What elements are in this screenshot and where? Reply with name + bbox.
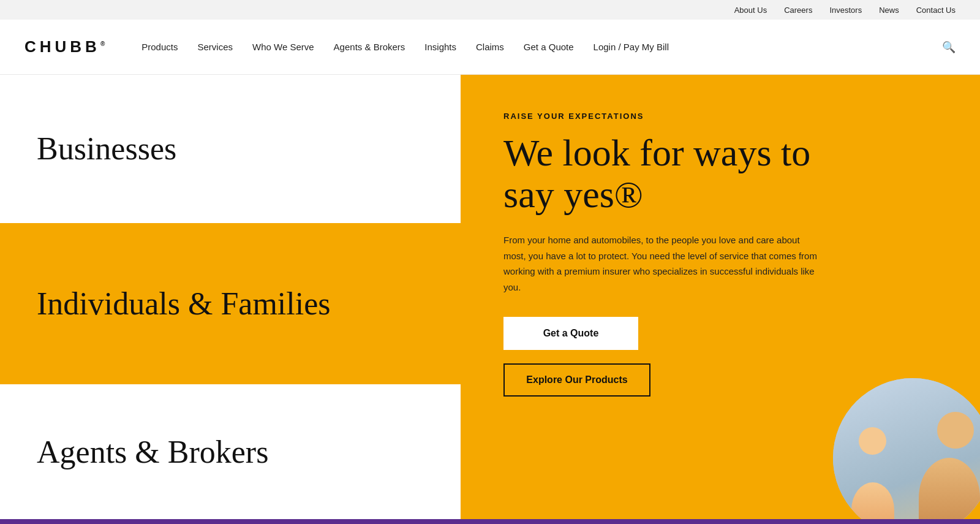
agents-brokers-label: Agents & Brokers xyxy=(37,435,268,469)
nav-get-a-quote[interactable]: Get a Quote xyxy=(524,42,574,52)
hero-image xyxy=(833,378,980,519)
explore-products-button[interactable]: Explore Our Products xyxy=(503,363,650,397)
logo[interactable]: CHUBB® xyxy=(24,37,105,56)
hero-headline: We look for ways to say yes® xyxy=(503,132,937,215)
utility-bar: About Us Careers Investors News Contact … xyxy=(0,0,980,20)
child-head xyxy=(859,427,886,455)
utility-contact-us[interactable]: Contact Us xyxy=(916,6,956,15)
individuals-families-section[interactable]: Individuals & Families xyxy=(0,223,461,385)
get-quote-button[interactable]: Get a Quote xyxy=(503,317,638,350)
hero-headline-line1: We look for ways to xyxy=(503,132,810,173)
main-nav: CHUBB® Products Services Who We Serve Ag… xyxy=(0,20,980,75)
nav-login[interactable]: Login / Pay My Bill xyxy=(594,42,669,52)
businesses-section[interactable]: Businesses xyxy=(0,75,461,223)
utility-about-us[interactable]: About Us xyxy=(734,6,767,15)
utility-careers[interactable]: Careers xyxy=(784,6,812,15)
nav-insights[interactable]: Insights xyxy=(424,42,456,52)
adult-body xyxy=(919,458,980,519)
face-group xyxy=(833,378,980,519)
hero-eyebrow: RAISE YOUR EXPECTATIONS xyxy=(503,112,937,121)
nav-who-we-serve[interactable]: Who We Serve xyxy=(252,42,314,52)
hero: Businesses Individuals & Families Agents… xyxy=(0,75,980,519)
utility-news[interactable]: News xyxy=(879,6,899,15)
adult-head xyxy=(937,412,974,449)
nav-links: Products Services Who We Serve Agents & … xyxy=(141,40,956,54)
businesses-label: Businesses xyxy=(37,131,176,166)
search-icon[interactable]: 🔍 xyxy=(942,40,956,54)
child-body xyxy=(851,482,894,519)
logo-trademark: ® xyxy=(100,40,105,47)
right-panel: RAISE YOUR EXPECTATIONS We look for ways… xyxy=(461,75,980,519)
logo-text: CHUBB xyxy=(24,37,100,56)
hero-headline-line2: say yes® xyxy=(503,173,643,215)
agents-brokers-section[interactable]: Agents & Brokers xyxy=(0,384,461,519)
individuals-families-label: Individuals & Families xyxy=(37,286,331,321)
nav-claims[interactable]: Claims xyxy=(476,42,504,52)
nav-services[interactable]: Services xyxy=(197,42,233,52)
nav-agents-brokers[interactable]: Agents & Brokers xyxy=(334,42,405,52)
bottom-accent-bar xyxy=(0,519,980,524)
left-panel: Businesses Individuals & Families Agents… xyxy=(0,75,461,519)
hero-body-text: From your home and automobiles, to the p… xyxy=(503,232,822,295)
nav-products[interactable]: Products xyxy=(141,42,178,52)
utility-investors[interactable]: Investors xyxy=(829,6,862,15)
